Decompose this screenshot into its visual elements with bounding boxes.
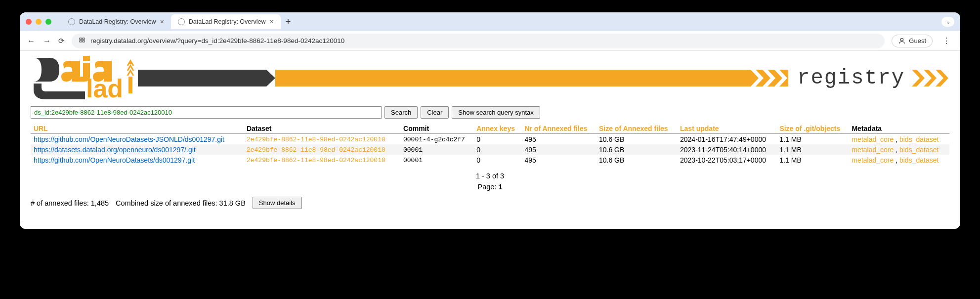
window-controls: [26, 19, 51, 25]
address-bar[interactable]: registry.datalad.org/overview/?query=ds_…: [72, 34, 885, 48]
result-range: 1 - 3 of 3: [31, 172, 949, 180]
dataset-link[interactable]: 2e429bfe-8862-11e8-98ed-0242ac120010: [247, 157, 385, 164]
close-window-button[interactable]: [26, 19, 32, 25]
current-page: 1: [498, 183, 502, 191]
url-link[interactable]: https://datasets.datalad.org/openneuro/d…: [34, 146, 196, 154]
profile-label: Guest: [909, 37, 926, 44]
annex-keys: 0: [473, 134, 521, 145]
commit-text: 00001: [403, 157, 423, 164]
site-logo-banner: lad registry: [31, 56, 949, 100]
meta-link[interactable]: metalad_core: [852, 135, 894, 143]
nr-annexed: 495: [521, 155, 596, 165]
tab-overflow-button[interactable]: ⌄: [941, 17, 954, 27]
last-update: 2024-01-16T17:47:49+0000: [677, 134, 776, 145]
show-details-button[interactable]: Show details: [253, 197, 302, 209]
search-row: Search Clear Show search query syntax: [31, 106, 949, 119]
table-row: https://github.com/OpenNeuroDatasets/ds0…: [31, 155, 949, 165]
browser-menu-button[interactable]: ⋮: [939, 36, 953, 45]
git-size: 1.1 MB: [776, 144, 849, 155]
last-update: 2023-10-22T05:03:17+0000: [677, 155, 776, 165]
commit-text: 00001: [403, 146, 423, 154]
browser-window: DataLad Registry: Overview × DataLad Reg…: [20, 12, 960, 229]
tab-title: DataLad Registry: Overview: [79, 18, 156, 25]
svg-rect-8: [128, 77, 132, 93]
syntax-button[interactable]: Show search query syntax: [452, 106, 540, 119]
titlebar: DataLad Registry: Overview × DataLad Reg…: [20, 12, 960, 31]
tab-1[interactable]: DataLad Registry: Overview ×: [171, 14, 281, 29]
annex-keys: 0: [473, 155, 521, 165]
globe-icon: [178, 18, 185, 25]
maximize-window-button[interactable]: [45, 19, 51, 25]
forward-button[interactable]: →: [43, 37, 51, 45]
col-url[interactable]: URL: [31, 124, 244, 134]
nr-annexed: 495: [521, 144, 596, 155]
minimize-window-button[interactable]: [36, 19, 42, 25]
back-button[interactable]: ←: [27, 37, 36, 45]
pagination: 1 - 3 of 3 Page: 1: [31, 172, 949, 191]
table-row: https://github.com/OpenNeuroDatasets-JSO…: [31, 134, 949, 145]
tab-0[interactable]: DataLad Registry: Overview ×: [61, 14, 171, 29]
browser-toolbar: ← → ⟳ registry.datalad.org/overview/?que…: [20, 31, 960, 51]
svg-rect-0: [80, 38, 82, 40]
site-settings-icon[interactable]: [79, 37, 85, 45]
svg-point-4: [901, 38, 903, 41]
git-size: 1.1 MB: [776, 134, 849, 145]
user-icon: [898, 37, 906, 45]
datalad-logo: lad: [31, 56, 138, 100]
meta-link[interactable]: bids_dataset: [899, 135, 938, 143]
svg-rect-3: [83, 41, 85, 42]
logo-bar: registry: [138, 70, 949, 86]
col-nr-annexed[interactable]: Nr of Annexed files: [521, 124, 596, 134]
search-button[interactable]: Search: [384, 106, 418, 119]
url-link[interactable]: https://github.com/OpenNeuroDatasets/ds0…: [34, 156, 195, 164]
col-size-annexed[interactable]: Size of Annexed files: [596, 124, 677, 134]
meta-link[interactable]: bids_dataset: [899, 156, 938, 164]
page-content: lad registry: [20, 51, 960, 229]
chevrons-icon: [753, 70, 788, 86]
col-metadata: Metadata: [849, 124, 949, 134]
size-annexed: 10.6 GB: [596, 155, 677, 165]
svg-text:lad: lad: [86, 74, 123, 100]
col-dataset: Dataset: [244, 124, 400, 134]
search-input[interactable]: [31, 106, 382, 119]
commit-text: 00001-4-g2c4c2f7: [403, 136, 465, 143]
tab-strip: DataLad Registry: Overview × DataLad Reg…: [61, 14, 296, 29]
profile-button[interactable]: Guest: [892, 35, 933, 47]
col-git-size[interactable]: Size of .git/objects: [776, 124, 849, 134]
url-text: registry.datalad.org/overview/?query=ds_…: [90, 37, 344, 44]
meta-link[interactable]: metalad_core: [852, 156, 894, 164]
meta-link[interactable]: bids_dataset: [899, 146, 938, 154]
combined-size-value: 31.8 GB: [219, 199, 246, 207]
last-update: 2023-11-24T05:40:14+0000: [677, 144, 776, 155]
url-link[interactable]: https://github.com/OpenNeuroDatasets-JSO…: [34, 135, 224, 143]
clear-button[interactable]: Clear: [421, 106, 449, 119]
registry-heading: registry: [788, 66, 914, 90]
reload-button[interactable]: ⟳: [58, 37, 65, 45]
col-commit: Commit: [400, 124, 473, 134]
annexed-files-value: 1,485: [91, 199, 109, 207]
git-size: 1.1 MB: [776, 155, 849, 165]
annexed-files-label: # of annexed files:: [31, 199, 91, 207]
svg-rect-2: [80, 41, 82, 42]
size-annexed: 10.6 GB: [596, 144, 677, 155]
tab-title: DataLad Registry: Overview: [189, 18, 266, 25]
new-tab-button[interactable]: +: [281, 17, 296, 27]
svg-rect-5: [83, 56, 90, 61]
meta-link[interactable]: metalad_core: [852, 146, 894, 154]
size-annexed: 10.6 GB: [596, 134, 677, 145]
annex-keys: 0: [473, 144, 521, 155]
stats-row: # of annexed files: 1,485 Combined size …: [31, 197, 949, 209]
col-last-update[interactable]: Last update: [677, 124, 776, 134]
close-tab-icon[interactable]: ×: [269, 18, 273, 26]
combined-size-label: Combined size of annexed files:: [116, 199, 219, 207]
close-tab-icon[interactable]: ×: [160, 18, 164, 26]
dataset-link[interactable]: 2e429bfe-8862-11e8-98ed-0242ac120010: [247, 136, 385, 143]
page-label: Page:: [478, 183, 499, 191]
table-row: https://datasets.datalad.org/openneuro/d…: [31, 144, 949, 155]
svg-rect-1: [83, 38, 85, 40]
globe-icon: [68, 18, 75, 25]
dataset-link[interactable]: 2e429bfe-8862-11e8-98ed-0242ac120010: [247, 146, 385, 154]
nr-annexed: 495: [521, 134, 596, 145]
col-annex-keys[interactable]: Annex keys: [473, 124, 521, 134]
results-table: URL Dataset Commit Annex keys Nr of Anne…: [31, 124, 949, 165]
